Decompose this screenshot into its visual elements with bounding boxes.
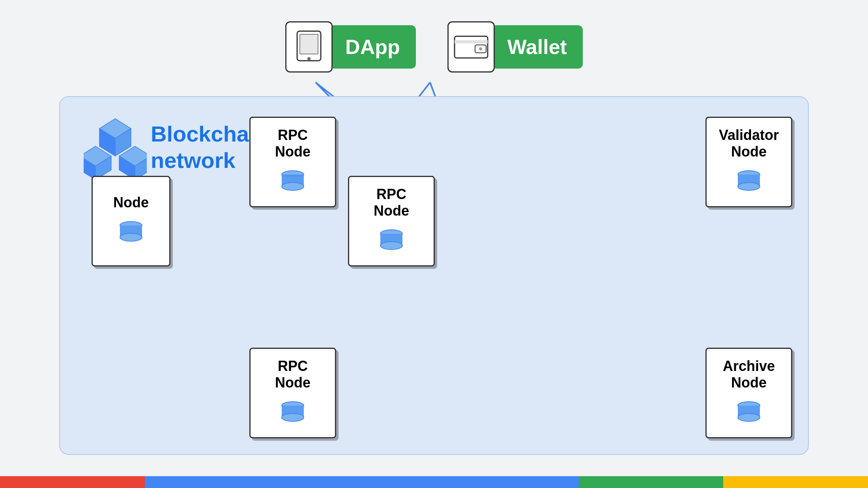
- wallet-icon: [453, 32, 489, 62]
- db-icon-validator: [733, 166, 765, 197]
- svg-point-45: [120, 233, 142, 241]
- top-nodes: DApp Wallet: [285, 21, 583, 73]
- plain-node: Node: [92, 176, 170, 266]
- db-icon-rpc-top: [277, 166, 309, 197]
- svg-point-25: [307, 57, 311, 60]
- svg-point-41: [282, 183, 304, 190]
- rpc-top-label: RPC Node: [275, 127, 311, 160]
- diagram-wrapper: DApp Wallet: [59, 21, 809, 455]
- blockchain-icon: [84, 117, 147, 181]
- svg-point-51: [738, 183, 760, 190]
- validator-label: Validator Node: [719, 127, 779, 160]
- footer-bar: [0, 476, 868, 488]
- validator-node: Validator Node: [705, 117, 792, 207]
- svg-point-57: [738, 413, 760, 421]
- archive-node: Archive Node: [705, 348, 792, 438]
- rpc-mid-label: RPC Node: [374, 186, 409, 219]
- db-icon-rpc-bottom: [277, 397, 309, 428]
- svg-point-48: [380, 242, 402, 250]
- archive-label: Archive Node: [723, 358, 775, 391]
- dapp-label: DApp: [329, 25, 416, 69]
- dapp-icon-box: [285, 21, 333, 73]
- wallet-icon-box: [447, 21, 495, 73]
- db-icon-rpc-mid: [376, 225, 407, 257]
- footer-blue-1: [145, 476, 290, 488]
- rpc-node-top: RPC Node: [249, 117, 336, 207]
- svg-rect-24: [300, 34, 318, 54]
- rpc-node-mid: RPC Node: [348, 176, 435, 266]
- svg-rect-27: [455, 40, 488, 43]
- db-icon-archive: [733, 397, 765, 428]
- main-content: DApp Wallet: [0, 0, 868, 476]
- plain-node-label: Node: [113, 194, 149, 211]
- rpc-node-bottom: RPC Node: [249, 348, 336, 438]
- svg-rect-42: [282, 175, 304, 177]
- footer-green: [579, 476, 724, 488]
- db-icon-plain: [115, 217, 147, 248]
- svg-point-54: [282, 413, 304, 421]
- blockchain-cubes-svg: [84, 117, 147, 180]
- wallet-node: Wallet: [447, 21, 583, 73]
- rpc-bottom-label: RPC Node: [275, 358, 311, 391]
- dapp-node: DApp: [285, 21, 416, 73]
- network-box: Blockchain network RPC Node Node: [59, 96, 809, 455]
- wallet-label: Wallet: [492, 25, 583, 69]
- svg-point-29: [479, 47, 482, 50]
- footer-blue-3: [434, 476, 579, 488]
- footer-red: [0, 476, 145, 488]
- footer-yellow: [723, 476, 868, 488]
- tablet-icon: [295, 30, 323, 64]
- footer-blue-2: [289, 476, 434, 488]
